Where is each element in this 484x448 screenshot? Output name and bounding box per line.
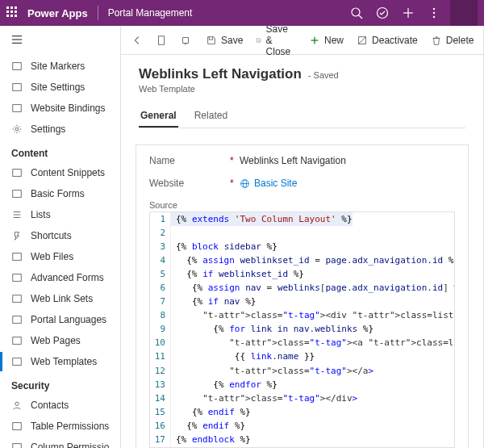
nav-icon bbox=[11, 356, 23, 367]
nav-item[interactable]: Shortcuts bbox=[0, 225, 120, 246]
code-line: 14 "t-attr">class="t-tag"></div> bbox=[150, 391, 454, 405]
nav-item[interactable]: Lists bbox=[0, 204, 120, 225]
nav-item[interactable]: Column Permissio... bbox=[0, 437, 120, 448]
nav-label: Site Settings bbox=[31, 82, 85, 93]
svg-point-7 bbox=[433, 16, 435, 18]
nav-item[interactable]: Web Link Sets bbox=[0, 288, 120, 309]
svg-rect-22 bbox=[13, 295, 22, 303]
required-icon: * bbox=[230, 178, 240, 189]
required-icon: * bbox=[230, 155, 240, 166]
nav-label: Lists bbox=[31, 209, 51, 220]
code-line: 3{% block sidebar %} bbox=[150, 240, 454, 253]
nav-group: Security bbox=[0, 372, 120, 395]
svg-line-1 bbox=[359, 15, 362, 19]
clipboard-button[interactable] bbox=[150, 29, 173, 52]
search-icon[interactable] bbox=[344, 0, 369, 26]
svg-rect-21 bbox=[13, 274, 22, 282]
divider bbox=[98, 6, 98, 20]
svg-rect-23 bbox=[13, 316, 22, 324]
form-tabs: General Related bbox=[139, 105, 465, 128]
code-line: 15 {% endif %} bbox=[150, 405, 454, 419]
svg-rect-11 bbox=[13, 63, 22, 70]
add-icon[interactable] bbox=[395, 0, 421, 26]
site-nav: Site MarkersSite SettingsWebsite Binding… bbox=[0, 26, 121, 448]
svg-rect-31 bbox=[159, 36, 165, 44]
deactivate-button[interactable]: Deactivate bbox=[351, 29, 424, 52]
code-line: 10 "t-attr">class="t-tag"><a "t-attr">cl… bbox=[150, 336, 454, 350]
nav-label: Web Link Sets bbox=[31, 293, 93, 304]
svg-point-26 bbox=[15, 402, 19, 405]
brand-label: Power Apps bbox=[27, 7, 88, 19]
tab-general[interactable]: General bbox=[139, 105, 178, 128]
svg-point-0 bbox=[352, 8, 360, 16]
code-line: 12 "t-attr">class="t-tag"></a> bbox=[150, 364, 454, 378]
open-new-button[interactable] bbox=[174, 29, 197, 52]
back-button[interactable] bbox=[126, 29, 148, 52]
delete-button[interactable]: Delete bbox=[425, 29, 480, 52]
svg-rect-25 bbox=[13, 358, 22, 366]
field-name: Name * Weblinks Left Navigation bbox=[149, 155, 455, 166]
nav-item[interactable]: Website Bindings bbox=[0, 98, 120, 119]
nav-label: Content Snippets bbox=[31, 167, 105, 178]
nav-item[interactable]: Contacts bbox=[0, 395, 120, 416]
nav-label: Table Permissions bbox=[31, 421, 109, 432]
code-line: 13 {% endfor %} bbox=[150, 378, 454, 391]
app-name: Portal Management bbox=[108, 7, 193, 19]
svg-rect-15 bbox=[13, 170, 22, 177]
tab-related[interactable]: Related bbox=[193, 105, 229, 128]
code-line: 8 "t-attr">class="t-tag"><div "t-attr">c… bbox=[150, 308, 454, 322]
nav-icon bbox=[11, 230, 23, 241]
nav-item[interactable]: Basic Forms bbox=[0, 183, 120, 204]
nav-label: Shortcuts bbox=[31, 230, 72, 241]
record-header: Weblinks Left Navigation - Saved Web Tem… bbox=[121, 55, 483, 135]
code-line: 11 {{ link.name }} bbox=[150, 350, 454, 363]
field-value[interactable]: Weblinks Left Navigation bbox=[240, 155, 346, 166]
saved-indicator: - Saved bbox=[308, 70, 339, 80]
app-launcher-icon[interactable] bbox=[6, 6, 19, 19]
nav-item[interactable]: Settings bbox=[0, 119, 120, 140]
form-body: Name * Weblinks Left Navigation Website … bbox=[136, 144, 469, 448]
new-button[interactable]: New bbox=[303, 29, 349, 52]
code-line: 5 {% if weblinkset_id %} bbox=[150, 267, 454, 281]
nav-item[interactable]: Content Snippets bbox=[0, 162, 120, 183]
code-line: 16 {% endif %} bbox=[150, 419, 454, 433]
nav-item[interactable]: Web Pages bbox=[0, 330, 120, 351]
field-website: Website * Basic Site bbox=[149, 178, 455, 189]
nav-icon bbox=[11, 124, 23, 135]
nav-label: Settings bbox=[31, 124, 65, 135]
svg-point-6 bbox=[433, 12, 435, 14]
page-title: Weblinks Left Navigation bbox=[139, 66, 302, 82]
nav-icon bbox=[11, 209, 23, 220]
code-line: 6 {% assign nav = weblinks[page.adx_navi… bbox=[150, 281, 454, 295]
svg-point-14 bbox=[15, 128, 19, 131]
nav-group: Content bbox=[0, 140, 120, 162]
nav-item[interactable]: Table Permissions bbox=[0, 416, 120, 437]
nav-item[interactable]: Site Settings bbox=[0, 77, 120, 98]
more-vertical-icon[interactable] bbox=[421, 0, 447, 26]
nav-item[interactable]: Portal Languages bbox=[0, 309, 120, 330]
nav-label: Portal Languages bbox=[31, 314, 106, 325]
nav-collapse-button[interactable] bbox=[0, 26, 120, 56]
nav-label: Site Markers bbox=[31, 61, 85, 72]
svg-point-2 bbox=[378, 8, 388, 19]
task-icon[interactable] bbox=[369, 0, 395, 26]
svg-rect-16 bbox=[13, 191, 22, 198]
code-line: 2 bbox=[150, 226, 454, 240]
nav-icon bbox=[11, 82, 23, 93]
nav-icon bbox=[11, 314, 23, 325]
field-label: Website bbox=[149, 178, 230, 189]
source-editor[interactable]: 1{% extends 'Two Column Layout' %}23{% b… bbox=[149, 211, 455, 448]
profile-button[interactable] bbox=[450, 0, 478, 26]
nav-item[interactable]: Site Markers bbox=[0, 56, 120, 77]
nav-item[interactable]: Web Files bbox=[0, 246, 120, 267]
nav-icon bbox=[11, 103, 23, 114]
nav-item[interactable]: Advanced Forms bbox=[0, 267, 120, 288]
code-line: 9 {% for link in nav.weblinks %} bbox=[150, 322, 454, 336]
nav-item[interactable]: Web Templates bbox=[0, 351, 120, 372]
lookup-value[interactable]: Basic Site bbox=[240, 178, 297, 189]
save-button[interactable]: Save bbox=[200, 29, 248, 52]
globe-icon bbox=[240, 178, 250, 189]
refresh-button[interactable]: Refresh bbox=[481, 29, 484, 52]
save-close-button[interactable]: Save & Close bbox=[250, 29, 302, 52]
nav-icon bbox=[11, 400, 23, 411]
